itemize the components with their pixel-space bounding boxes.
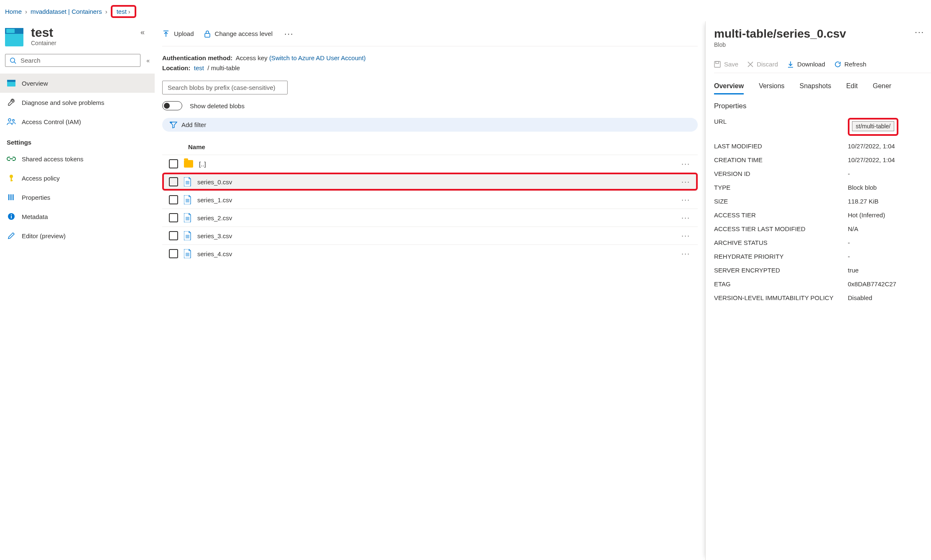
tab-overview[interactable]: Overview (714, 82, 744, 94)
location-root-link[interactable]: test (194, 64, 204, 71)
table-row[interactable]: series_4.csv··· (162, 244, 698, 262)
svg-rect-34 (714, 61, 720, 67)
link-icon (7, 154, 16, 163)
nav-access-policy-label: Access policy (22, 175, 60, 182)
prefix-search[interactable] (162, 81, 288, 94)
prop-creation-value: 10/27/2022, 1:04 (848, 156, 931, 163)
nav-access-policy[interactable]: Access policy (0, 168, 155, 188)
svg-rect-9 (8, 194, 10, 200)
nav-overview[interactable]: Overview (0, 74, 155, 93)
row-checkbox[interactable] (169, 249, 178, 258)
row-more-button[interactable]: ··· (678, 160, 694, 168)
save-label: Save (724, 61, 738, 68)
collapse-nav-button[interactable]: « (146, 57, 150, 64)
row-more-button[interactable]: ··· (678, 178, 694, 186)
people-icon (7, 117, 16, 126)
table-row[interactable]: series_3.csv··· (162, 227, 698, 244)
prop-size-value: 118.27 KiB (848, 198, 931, 205)
svg-rect-13 (11, 216, 12, 219)
row-checkbox[interactable] (169, 177, 178, 186)
breadcrumb-container-highlight: test › (111, 5, 136, 18)
row-name: series_4.csv (197, 250, 672, 257)
prop-tier-lm-value: N/A (848, 225, 931, 232)
location-label: Location: (162, 64, 191, 71)
prop-immutability-label: VERSION-LEVEL IMMUTABILITY POLICY (714, 294, 848, 301)
blob-type: Blob (714, 41, 931, 48)
tab-versions[interactable]: Versions (759, 82, 784, 94)
nav-metadata[interactable]: Metadata (0, 207, 155, 226)
pencil-icon (7, 231, 16, 240)
prop-rehydrate-value: - (848, 253, 931, 260)
row-more-button[interactable]: ··· (678, 196, 694, 204)
tab-generate[interactable]: Gener (873, 82, 891, 94)
row-checkbox[interactable] (169, 195, 178, 204)
nav-diagnose[interactable]: Diagnose and solve problems (0, 93, 155, 112)
row-checkbox[interactable] (169, 213, 178, 222)
prop-creation-label: CREATION TIME (714, 156, 848, 163)
file-icon (184, 195, 191, 204)
col-name: Name (188, 143, 205, 150)
upload-button[interactable]: Upload (162, 30, 194, 38)
file-icon (184, 213, 191, 222)
table-row[interactable]: series_2.csv··· (162, 209, 698, 227)
breadcrumb-container[interactable]: test (117, 8, 127, 15)
row-name: series_0.csv (197, 178, 672, 186)
svg-point-5 (13, 120, 14, 121)
add-filter-label: Add filter (181, 121, 206, 128)
table-row[interactable]: [..]··· (162, 155, 698, 173)
breadcrumb: Home › mvaddataset | Containers › test › (0, 0, 931, 21)
auth-switch-link[interactable]: (Switch to Azure AD User Account) (269, 54, 366, 61)
svg-rect-10 (10, 194, 12, 200)
breadcrumb-account[interactable]: mvaddataset | Containers (31, 8, 102, 15)
row-more-button[interactable]: ··· (678, 214, 694, 222)
discard-button: Discard (747, 61, 778, 68)
file-icon (184, 231, 191, 240)
add-filter-button[interactable]: Add filter (162, 118, 698, 132)
tab-snapshots[interactable]: Snapshots (800, 82, 832, 94)
prop-tier-label: ACCESS TIER (714, 211, 848, 219)
row-name: series_1.csv (197, 196, 672, 204)
prop-url-value[interactable]: st/multi-table/ (852, 121, 894, 131)
sidebar-search-input[interactable] (20, 57, 136, 64)
blob-more-button[interactable]: ··· (915, 27, 924, 37)
prop-etag-value: 0x8DAB7742C27 (848, 280, 931, 288)
nav-sas-label: Shared access tokens (22, 155, 84, 163)
row-checkbox[interactable] (169, 159, 178, 168)
page-subtitle: Container (31, 40, 56, 46)
svg-rect-11 (13, 194, 14, 200)
file-icon (184, 249, 191, 258)
prop-type-label: TYPE (714, 184, 848, 191)
change-access-label: Change access level (215, 30, 273, 37)
download-button[interactable]: Download (787, 61, 825, 68)
nav-iam[interactable]: Access Control (IAM) (0, 112, 155, 131)
svg-point-14 (11, 214, 12, 215)
row-more-button[interactable]: ··· (678, 249, 694, 258)
collapse-header-button[interactable]: « (140, 25, 145, 37)
auth-method-label: Authentication method: (162, 54, 232, 61)
prop-size-label: SIZE (714, 198, 848, 205)
nav-sas[interactable]: Shared access tokens (0, 149, 155, 168)
breadcrumb-home[interactable]: Home (5, 8, 22, 15)
container-icon (5, 28, 23, 46)
save-button: Save (714, 61, 738, 68)
refresh-button[interactable]: Refresh (834, 61, 867, 68)
prop-archive-label: ARCHIVE STATUS (714, 239, 848, 246)
show-deleted-toggle[interactable] (162, 101, 182, 110)
change-access-button[interactable]: Change access level (204, 30, 273, 38)
svg-rect-8 (11, 180, 13, 181)
row-more-button[interactable]: ··· (678, 232, 694, 240)
row-checkbox[interactable] (169, 231, 178, 240)
prefix-search-input[interactable] (168, 84, 282, 91)
folder-icon (184, 160, 193, 168)
discard-label: Discard (757, 61, 778, 68)
table-row[interactable]: series_0.csv··· (162, 173, 698, 191)
toolbar-more-button[interactable]: ··· (284, 29, 294, 38)
tab-edit[interactable]: Edit (846, 82, 858, 94)
sidebar-search[interactable] (5, 54, 140, 67)
nav-editor[interactable]: Editor (preview) (0, 226, 155, 245)
nav-properties[interactable]: Properties (0, 188, 155, 207)
table-row[interactable]: series_1.csv··· (162, 191, 698, 209)
prop-url-highlight: st/multi-table/ (848, 118, 898, 136)
prop-archive-value: - (848, 239, 931, 246)
row-name: series_2.csv (197, 214, 672, 221)
